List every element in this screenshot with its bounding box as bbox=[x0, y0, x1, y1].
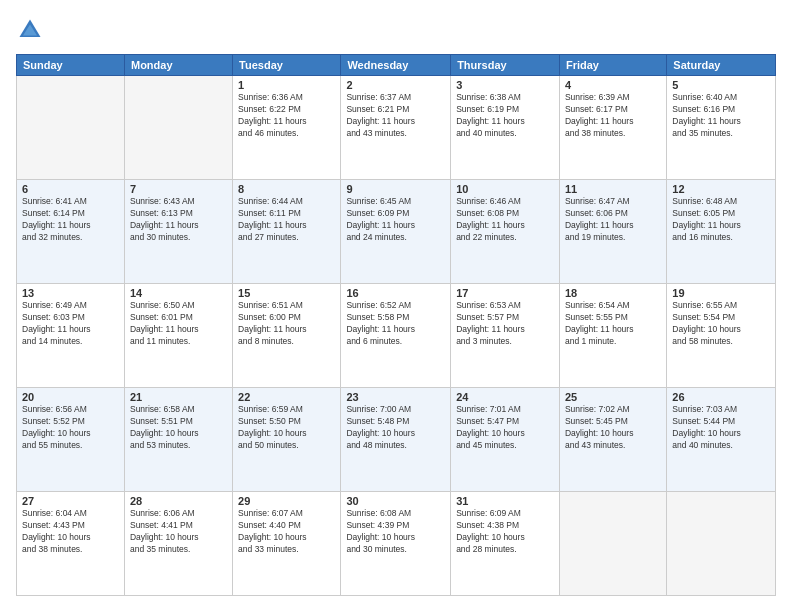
calendar-cell bbox=[667, 492, 776, 596]
day-number: 20 bbox=[22, 391, 119, 403]
day-info: Sunrise: 7:02 AM Sunset: 5:45 PM Dayligh… bbox=[565, 404, 661, 452]
calendar-cell: 8Sunrise: 6:44 AM Sunset: 6:11 PM Daylig… bbox=[233, 180, 341, 284]
calendar-cell: 6Sunrise: 6:41 AM Sunset: 6:14 PM Daylig… bbox=[17, 180, 125, 284]
day-number: 25 bbox=[565, 391, 661, 403]
day-info: Sunrise: 6:56 AM Sunset: 5:52 PM Dayligh… bbox=[22, 404, 119, 452]
calendar-header-friday: Friday bbox=[559, 55, 666, 76]
calendar-cell: 11Sunrise: 6:47 AM Sunset: 6:06 PM Dayli… bbox=[559, 180, 666, 284]
calendar-cell: 10Sunrise: 6:46 AM Sunset: 6:08 PM Dayli… bbox=[451, 180, 560, 284]
day-info: Sunrise: 6:58 AM Sunset: 5:51 PM Dayligh… bbox=[130, 404, 227, 452]
day-number: 8 bbox=[238, 183, 335, 195]
calendar-cell: 17Sunrise: 6:53 AM Sunset: 5:57 PM Dayli… bbox=[451, 284, 560, 388]
day-number: 13 bbox=[22, 287, 119, 299]
day-info: Sunrise: 6:53 AM Sunset: 5:57 PM Dayligh… bbox=[456, 300, 554, 348]
calendar-cell bbox=[559, 492, 666, 596]
day-number: 31 bbox=[456, 495, 554, 507]
calendar-cell: 24Sunrise: 7:01 AM Sunset: 5:47 PM Dayli… bbox=[451, 388, 560, 492]
calendar-week-1: 1Sunrise: 6:36 AM Sunset: 6:22 PM Daylig… bbox=[17, 76, 776, 180]
day-number: 2 bbox=[346, 79, 445, 91]
calendar-cell: 1Sunrise: 6:36 AM Sunset: 6:22 PM Daylig… bbox=[233, 76, 341, 180]
calendar-cell: 9Sunrise: 6:45 AM Sunset: 6:09 PM Daylig… bbox=[341, 180, 451, 284]
day-info: Sunrise: 6:45 AM Sunset: 6:09 PM Dayligh… bbox=[346, 196, 445, 244]
day-info: Sunrise: 6:07 AM Sunset: 4:40 PM Dayligh… bbox=[238, 508, 335, 556]
day-info: Sunrise: 6:40 AM Sunset: 6:16 PM Dayligh… bbox=[672, 92, 770, 140]
day-info: Sunrise: 6:59 AM Sunset: 5:50 PM Dayligh… bbox=[238, 404, 335, 452]
day-number: 14 bbox=[130, 287, 227, 299]
day-info: Sunrise: 7:01 AM Sunset: 5:47 PM Dayligh… bbox=[456, 404, 554, 452]
day-number: 30 bbox=[346, 495, 445, 507]
day-number: 12 bbox=[672, 183, 770, 195]
calendar-cell: 20Sunrise: 6:56 AM Sunset: 5:52 PM Dayli… bbox=[17, 388, 125, 492]
day-number: 18 bbox=[565, 287, 661, 299]
day-number: 24 bbox=[456, 391, 554, 403]
day-info: Sunrise: 6:04 AM Sunset: 4:43 PM Dayligh… bbox=[22, 508, 119, 556]
calendar-cell: 4Sunrise: 6:39 AM Sunset: 6:17 PM Daylig… bbox=[559, 76, 666, 180]
day-number: 6 bbox=[22, 183, 119, 195]
day-info: Sunrise: 6:09 AM Sunset: 4:38 PM Dayligh… bbox=[456, 508, 554, 556]
calendar-cell: 22Sunrise: 6:59 AM Sunset: 5:50 PM Dayli… bbox=[233, 388, 341, 492]
calendar-header-wednesday: Wednesday bbox=[341, 55, 451, 76]
day-number: 27 bbox=[22, 495, 119, 507]
calendar-cell: 12Sunrise: 6:48 AM Sunset: 6:05 PM Dayli… bbox=[667, 180, 776, 284]
day-number: 4 bbox=[565, 79, 661, 91]
calendar-cell: 25Sunrise: 7:02 AM Sunset: 5:45 PM Dayli… bbox=[559, 388, 666, 492]
calendar-cell: 30Sunrise: 6:08 AM Sunset: 4:39 PM Dayli… bbox=[341, 492, 451, 596]
calendar-cell: 26Sunrise: 7:03 AM Sunset: 5:44 PM Dayli… bbox=[667, 388, 776, 492]
calendar-cell bbox=[17, 76, 125, 180]
calendar-cell: 15Sunrise: 6:51 AM Sunset: 6:00 PM Dayli… bbox=[233, 284, 341, 388]
calendar-cell: 18Sunrise: 6:54 AM Sunset: 5:55 PM Dayli… bbox=[559, 284, 666, 388]
day-info: Sunrise: 7:03 AM Sunset: 5:44 PM Dayligh… bbox=[672, 404, 770, 452]
calendar-cell: 16Sunrise: 6:52 AM Sunset: 5:58 PM Dayli… bbox=[341, 284, 451, 388]
day-number: 5 bbox=[672, 79, 770, 91]
day-number: 7 bbox=[130, 183, 227, 195]
day-info: Sunrise: 7:00 AM Sunset: 5:48 PM Dayligh… bbox=[346, 404, 445, 452]
calendar-cell: 28Sunrise: 6:06 AM Sunset: 4:41 PM Dayli… bbox=[124, 492, 232, 596]
calendar-week-5: 27Sunrise: 6:04 AM Sunset: 4:43 PM Dayli… bbox=[17, 492, 776, 596]
calendar-header-sunday: Sunday bbox=[17, 55, 125, 76]
calendar-cell: 5Sunrise: 6:40 AM Sunset: 6:16 PM Daylig… bbox=[667, 76, 776, 180]
day-info: Sunrise: 6:37 AM Sunset: 6:21 PM Dayligh… bbox=[346, 92, 445, 140]
day-number: 29 bbox=[238, 495, 335, 507]
day-number: 9 bbox=[346, 183, 445, 195]
calendar-header-monday: Monday bbox=[124, 55, 232, 76]
day-number: 21 bbox=[130, 391, 227, 403]
day-number: 16 bbox=[346, 287, 445, 299]
day-info: Sunrise: 6:44 AM Sunset: 6:11 PM Dayligh… bbox=[238, 196, 335, 244]
calendar-header-row: SundayMondayTuesdayWednesdayThursdayFrid… bbox=[17, 55, 776, 76]
header bbox=[16, 16, 776, 44]
day-number: 15 bbox=[238, 287, 335, 299]
day-info: Sunrise: 6:51 AM Sunset: 6:00 PM Dayligh… bbox=[238, 300, 335, 348]
day-number: 19 bbox=[672, 287, 770, 299]
page: SundayMondayTuesdayWednesdayThursdayFrid… bbox=[0, 0, 792, 612]
day-number: 3 bbox=[456, 79, 554, 91]
day-number: 11 bbox=[565, 183, 661, 195]
day-info: Sunrise: 6:36 AM Sunset: 6:22 PM Dayligh… bbox=[238, 92, 335, 140]
calendar-cell: 29Sunrise: 6:07 AM Sunset: 4:40 PM Dayli… bbox=[233, 492, 341, 596]
day-info: Sunrise: 6:48 AM Sunset: 6:05 PM Dayligh… bbox=[672, 196, 770, 244]
day-number: 1 bbox=[238, 79, 335, 91]
calendar-cell: 31Sunrise: 6:09 AM Sunset: 4:38 PM Dayli… bbox=[451, 492, 560, 596]
calendar-cell: 23Sunrise: 7:00 AM Sunset: 5:48 PM Dayli… bbox=[341, 388, 451, 492]
day-info: Sunrise: 6:52 AM Sunset: 5:58 PM Dayligh… bbox=[346, 300, 445, 348]
calendar-cell: 19Sunrise: 6:55 AM Sunset: 5:54 PM Dayli… bbox=[667, 284, 776, 388]
calendar-header-tuesday: Tuesday bbox=[233, 55, 341, 76]
calendar-cell: 21Sunrise: 6:58 AM Sunset: 5:51 PM Dayli… bbox=[124, 388, 232, 492]
logo bbox=[16, 16, 48, 44]
day-info: Sunrise: 6:38 AM Sunset: 6:19 PM Dayligh… bbox=[456, 92, 554, 140]
day-number: 28 bbox=[130, 495, 227, 507]
day-info: Sunrise: 6:55 AM Sunset: 5:54 PM Dayligh… bbox=[672, 300, 770, 348]
day-number: 26 bbox=[672, 391, 770, 403]
day-info: Sunrise: 6:47 AM Sunset: 6:06 PM Dayligh… bbox=[565, 196, 661, 244]
day-number: 22 bbox=[238, 391, 335, 403]
calendar-cell: 27Sunrise: 6:04 AM Sunset: 4:43 PM Dayli… bbox=[17, 492, 125, 596]
day-info: Sunrise: 6:50 AM Sunset: 6:01 PM Dayligh… bbox=[130, 300, 227, 348]
day-info: Sunrise: 6:46 AM Sunset: 6:08 PM Dayligh… bbox=[456, 196, 554, 244]
calendar-week-2: 6Sunrise: 6:41 AM Sunset: 6:14 PM Daylig… bbox=[17, 180, 776, 284]
day-info: Sunrise: 6:54 AM Sunset: 5:55 PM Dayligh… bbox=[565, 300, 661, 348]
calendar-header-saturday: Saturday bbox=[667, 55, 776, 76]
day-info: Sunrise: 6:06 AM Sunset: 4:41 PM Dayligh… bbox=[130, 508, 227, 556]
calendar-cell: 2Sunrise: 6:37 AM Sunset: 6:21 PM Daylig… bbox=[341, 76, 451, 180]
day-info: Sunrise: 6:39 AM Sunset: 6:17 PM Dayligh… bbox=[565, 92, 661, 140]
calendar-cell: 3Sunrise: 6:38 AM Sunset: 6:19 PM Daylig… bbox=[451, 76, 560, 180]
day-info: Sunrise: 6:08 AM Sunset: 4:39 PM Dayligh… bbox=[346, 508, 445, 556]
